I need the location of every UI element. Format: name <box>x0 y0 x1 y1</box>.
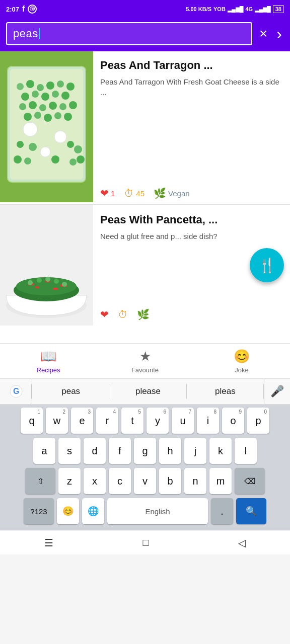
back-button[interactable]: ◁ <box>238 537 246 549</box>
key-u[interactable]: 7u <box>172 408 194 434</box>
key-f[interactable]: f <box>109 438 131 464</box>
key-z[interactable]: z <box>58 468 81 494</box>
fab-button[interactable]: 🍴 <box>250 248 284 282</box>
search-input-container[interactable]: peas <box>6 22 252 45</box>
svg-point-23 <box>54 112 61 119</box>
svg-point-35 <box>69 158 77 166</box>
mic-button[interactable]: 🎤 <box>264 379 290 404</box>
joke-label: Joke <box>235 366 248 374</box>
vegan-icon: 🌿 <box>154 187 166 199</box>
battery-icon: 38 <box>273 5 284 13</box>
key-search[interactable]: 🔍 <box>236 498 266 524</box>
recipe-info-1: Peas And Tarragon ... Peas And Tarragon … <box>93 51 290 204</box>
key-period[interactable]: . <box>211 498 233 524</box>
key-g[interactable]: g <box>134 438 156 464</box>
suggestion-pleas[interactable]: pleas <box>187 379 264 404</box>
recipe-meta-1: ❤ 1 ⏱ 45 🌿 Vegan <box>100 187 283 199</box>
forward-button[interactable]: › <box>274 23 284 45</box>
key-d[interactable]: d <box>84 438 106 464</box>
key-t[interactable]: 5t <box>121 408 143 434</box>
nav-recipes[interactable]: 📖 Recipes <box>0 349 97 374</box>
key-o[interactable]: 9o <box>222 408 244 434</box>
menu-button[interactable]: ☰ <box>44 537 53 549</box>
nav-joke[interactable]: 😊 Joke <box>193 349 290 374</box>
likes-count: 1 <box>111 189 115 198</box>
key-v[interactable]: v <box>134 468 156 494</box>
vegan-icon-2: 🌿 <box>137 308 150 320</box>
svg-point-15 <box>29 101 37 109</box>
svg-point-50 <box>62 282 67 287</box>
key-w[interactable]: 2w <box>46 408 68 434</box>
recipe-title-2: Peas With Pancetta, ... <box>100 213 283 227</box>
key-c[interactable]: c <box>109 468 131 494</box>
key-shift[interactable]: ⇧ <box>25 468 55 494</box>
key-e[interactable]: 3e <box>71 408 93 434</box>
home-button[interactable]: □ <box>142 537 149 548</box>
key-p[interactable]: 0p <box>247 408 269 434</box>
likes-meta: ❤ 1 <box>100 187 115 199</box>
key-q[interactable]: 1q <box>21 408 43 434</box>
recipe-desc-2: Need a glut free and p... side dish? <box>100 231 283 242</box>
tag-meta: 🌿 Vegan <box>154 187 190 199</box>
key-x[interactable]: x <box>84 468 106 494</box>
svg-point-20 <box>24 113 32 121</box>
4g-icon: 4G <box>245 6 253 12</box>
key-n[interactable]: n <box>184 468 206 494</box>
svg-point-31 <box>74 145 82 153</box>
svg-point-18 <box>59 103 66 110</box>
svg-point-34 <box>51 155 59 164</box>
clock-icon: ⏱ <box>124 188 134 199</box>
network-type: YOB <box>213 6 226 12</box>
svg-point-32 <box>14 155 22 164</box>
key-y[interactable]: 6y <box>147 408 169 434</box>
clear-button[interactable]: × <box>257 24 269 44</box>
svg-point-14 <box>19 103 26 110</box>
svg-rect-45 <box>53 288 58 290</box>
key-a[interactable]: a <box>33 438 55 464</box>
key-j[interactable]: j <box>184 438 206 464</box>
key-i[interactable]: 8i <box>197 408 219 434</box>
key-l[interactable]: l <box>235 438 257 464</box>
svg-point-5 <box>37 84 44 91</box>
search-input[interactable]: peas <box>13 27 38 40</box>
nav-favourite[interactable]: ★ Favourite <box>97 349 193 374</box>
key-backspace[interactable]: ⌫ <box>235 468 265 494</box>
google-logo: G <box>0 379 32 404</box>
key-space[interactable]: English <box>107 498 208 524</box>
key-num-switch[interactable]: ?123 <box>24 498 54 524</box>
joke-icon: 😊 <box>234 349 250 364</box>
recipe-card-1[interactable]: Peas And Tarragon ... Peas And Tarragon … <box>0 51 290 205</box>
key-b[interactable]: b <box>159 468 181 494</box>
recipe-title-1: Peas And Tarragon ... <box>100 58 283 72</box>
key-r[interactable]: 4r <box>96 408 118 434</box>
key-m[interactable]: m <box>209 468 232 494</box>
content-area: Peas And Tarragon ... Peas And Tarragon … <box>0 51 290 343</box>
key-s[interactable]: s <box>58 438 81 464</box>
key-emoji[interactable]: 😊 <box>57 498 79 524</box>
status-left: 2:07 f ⓜ <box>6 5 37 14</box>
svg-point-8 <box>66 83 75 91</box>
svg-point-13 <box>61 92 69 100</box>
recipe-image-1 <box>0 51 93 204</box>
svg-point-12 <box>52 91 59 98</box>
key-h[interactable]: h <box>159 438 181 464</box>
svg-point-24 <box>64 113 72 121</box>
recipe-image-2 <box>0 205 93 326</box>
suggestion-please[interactable]: please <box>109 379 186 404</box>
svg-point-29 <box>29 143 37 151</box>
svg-point-28 <box>17 141 24 148</box>
key-k[interactable]: k <box>209 438 232 464</box>
recipe-card-2[interactable]: Peas With Pancetta, ... Need a glut free… <box>0 205 290 326</box>
recipes-icon: 📖 <box>40 349 56 364</box>
suggestion-peas[interactable]: peas <box>32 379 109 404</box>
recipe-desc-1: Peas And Tarragon With Fresh Goat Cheese… <box>100 76 283 98</box>
status-right: 5.00 KB/S YOB ▂▄▆█ 4G ▂▄▆█ 38 <box>186 5 284 13</box>
recipe-meta-2: ❤ ⏱ 🌿 <box>100 308 283 320</box>
status-time: 2:07 <box>6 6 19 13</box>
svg-point-25 <box>23 122 37 136</box>
svg-point-9 <box>21 93 29 101</box>
key-globe[interactable]: 🌐 <box>82 498 104 524</box>
keyboard-row-2: a s d f g h j k l <box>2 438 288 464</box>
clock-icon-2: ⏱ <box>118 309 128 320</box>
tag-meta-2: 🌿 <box>137 308 150 320</box>
